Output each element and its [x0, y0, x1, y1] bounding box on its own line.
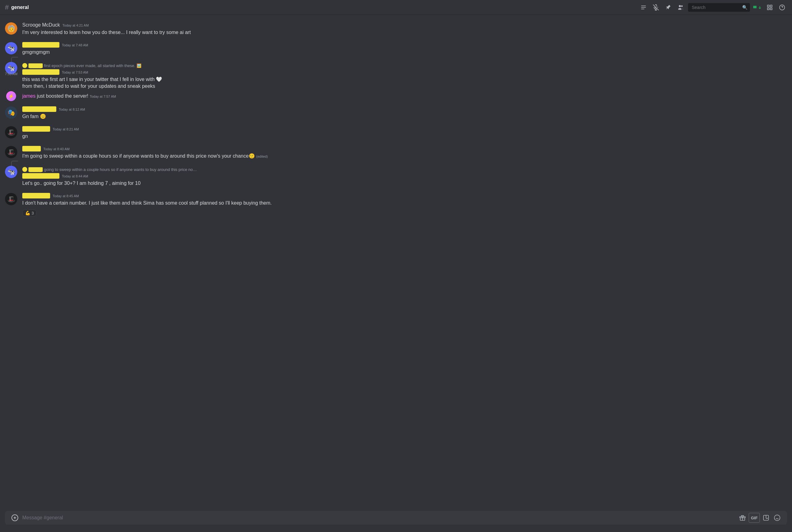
message-input[interactable]: [22, 512, 735, 524]
message-header: Today at 7:53 AM: [22, 69, 787, 75]
message-content: ▓▓▓▓ first epoch pieces ever made, all s…: [22, 63, 787, 90]
message-group: 🎭 Today at 8:12 AM Gn fam 😐: [0, 101, 792, 121]
reply-text: going to sweep within a couple hours so …: [44, 167, 199, 172]
username-redacted: [22, 42, 59, 48]
emoji-icon-btn[interactable]: [772, 513, 782, 523]
message-group: 🐄 Today at 7:48 AM gmgmgmgm: [0, 37, 792, 57]
message-group: 🧓 Scrooge McDuck Today at 4:21 AM I'm ve…: [0, 17, 792, 37]
boost-timestamp: Today at 7:57 AM: [90, 95, 116, 98]
username-redacted: [22, 69, 59, 75]
timestamp: Today at 7:53 AM: [62, 71, 88, 74]
message-group: 🎩 Today at 8:21 AM gn: [0, 121, 792, 141]
reply-avatar: [22, 63, 27, 68]
input-area: GIF: [0, 511, 792, 532]
svg-point-7: [681, 5, 683, 7]
message-input-box: GIF: [5, 511, 787, 525]
boost-icon: ⚡: [5, 90, 17, 102]
message-text: I'm going to sweep within a couple hours…: [22, 153, 787, 159]
message-content: ▓▓▓▓ going to sweep within a couple hour…: [22, 167, 787, 187]
message-group: 🎩 Today at 8:45 AM I don't have a certai…: [0, 188, 792, 217]
avatar[interactable]: 🎭: [5, 106, 17, 119]
gift-icon-btn[interactable]: [738, 513, 748, 523]
help-icon-btn[interactable]: [777, 2, 787, 12]
boost-message: just boosted the server!: [37, 93, 90, 99]
input-icon-bar: GIF: [738, 513, 782, 523]
avatar[interactable]: 🎩: [5, 146, 17, 158]
svg-rect-9: [768, 5, 769, 7]
hash-icon: #: [5, 3, 9, 12]
system-message-boost: ⚡ james just boosted the server! Today a…: [0, 91, 792, 101]
avatar[interactable]: 🎩: [5, 126, 17, 138]
channels-icon-btn[interactable]: [765, 2, 775, 12]
timestamp: Today at 7:48 AM: [62, 43, 88, 47]
timestamp: Today at 4:21 AM: [62, 23, 89, 27]
timestamp: Today at 8:40 AM: [43, 147, 70, 151]
message-text: gn: [22, 133, 787, 140]
reply-text: first epoch pieces ever made, all starte…: [44, 63, 141, 68]
username[interactable]: Scrooge McDuck: [22, 22, 60, 28]
message-content: Today at 8:45 AM I don't have a certain …: [22, 193, 787, 216]
message-content: Today at 7:48 AM gmgmgmgm: [22, 42, 787, 56]
message-content: Today at 8:12 AM Gn fam 😐: [22, 106, 787, 120]
attach-button[interactable]: [10, 513, 20, 523]
message-header: Today at 8:21 AM: [22, 126, 787, 132]
boost-text: james just boosted the server! Today at …: [22, 93, 116, 99]
mute-icon-btn[interactable]: [651, 2, 661, 12]
message-text: this was the first art I saw in your twi…: [22, 76, 787, 83]
channel-title: # general: [5, 3, 29, 12]
message-header: Today at 8:45 AM: [22, 193, 787, 198]
message-text: gmgmgmgm: [22, 49, 787, 56]
inbox-icon-btn[interactable]: [752, 2, 762, 12]
members-icon-btn[interactable]: [676, 2, 686, 12]
svg-rect-10: [770, 5, 772, 7]
svg-rect-12: [770, 8, 772, 10]
reactions-area: 💪 3: [22, 208, 787, 216]
message-header: Scrooge McDuck Today at 4:21 AM: [22, 22, 787, 28]
search-input[interactable]: [688, 3, 750, 12]
pin-icon-btn[interactable]: [663, 2, 673, 12]
username-redacted: [22, 173, 59, 179]
reply-preview[interactable]: ▓▓▓▓ going to sweep within a couple hour…: [22, 167, 787, 172]
message-group: 🎩 Today at 8:40 AM I'm going to sweep wi…: [0, 141, 792, 161]
username-redacted: [22, 146, 41, 151]
message-group: 🐄 ▓▓▓▓ going to sweep within a couple ho…: [0, 161, 792, 188]
message-content: Scrooge McDuck Today at 4:21 AM I'm very…: [22, 22, 787, 36]
avatar[interactable]: 🐄: [5, 166, 17, 178]
reply-username: ▓▓▓▓: [29, 63, 43, 68]
message-text: Gn fam 😐: [22, 113, 787, 120]
channel-header: # general 🔍: [0, 0, 792, 15]
channel-name: general: [11, 5, 29, 10]
reaction-muscle[interactable]: 💪 3: [22, 210, 37, 216]
threads-icon-btn[interactable]: [639, 2, 648, 12]
message-text: I'm very interested to learn how you do …: [22, 29, 787, 36]
reaction-count: 3: [32, 211, 34, 215]
message-content: Today at 8:40 AM I'm going to sweep with…: [22, 146, 787, 159]
timestamp: Today at 8:12 AM: [59, 108, 85, 111]
gif-icon-btn[interactable]: GIF: [749, 513, 760, 523]
reaction-emoji: 💪: [25, 210, 30, 215]
svg-point-6: [679, 5, 681, 7]
side-timestamp: 7:53 AM: [5, 72, 22, 76]
message-group: 🐄 ▓▓▓▓ first epoch pieces ever made, all…: [0, 57, 792, 91]
timestamp: Today at 8:44 AM: [62, 174, 88, 178]
message-text-2: from then, i started to wait for your up…: [22, 83, 787, 90]
message-header: Today at 8:44 AM: [22, 173, 787, 179]
username-redacted: [22, 193, 50, 198]
message-content: Today at 8:21 AM gn: [22, 126, 787, 140]
avatar[interactable]: 🧓: [5, 22, 17, 35]
timestamp: Today at 8:45 AM: [53, 194, 79, 198]
reply-avatar: [22, 167, 27, 172]
message-text: Let's go.. going for 30+? I am holding 7…: [22, 180, 787, 187]
avatar[interactable]: 🎩: [5, 193, 17, 205]
message-header: Today at 8:40 AM: [22, 146, 787, 151]
message-header: Today at 7:48 AM: [22, 42, 787, 48]
message-text: I don't have a certain number. I just li…: [22, 200, 787, 207]
messages-area: 🧓 Scrooge McDuck Today at 4:21 AM I'm ve…: [0, 15, 792, 511]
boost-username[interactable]: james: [22, 93, 36, 99]
header-toolbar: 🔍: [639, 2, 787, 12]
avatar[interactable]: 🐄: [5, 42, 17, 54]
reply-preview[interactable]: ▓▓▓▓ first epoch pieces ever made, all s…: [22, 63, 787, 68]
timestamp: Today at 8:21 AM: [53, 127, 79, 131]
sticker-icon-btn[interactable]: [761, 513, 771, 523]
reply-username: ▓▓▓▓: [29, 167, 43, 172]
